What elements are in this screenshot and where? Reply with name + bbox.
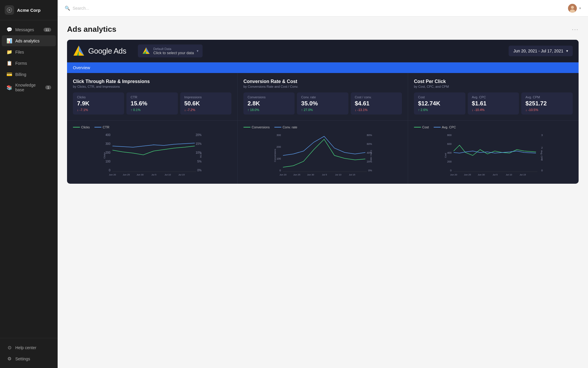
svg-text:400: 400 [447, 151, 452, 154]
avatar-dropdown-icon[interactable]: ▾ [579, 6, 581, 10]
svg-text:2: 2 [541, 146, 543, 149]
metric-card-impressions[interactable]: Impressions 50.6K ↓ -7.2% [180, 92, 231, 115]
cost-conv-change: ↓ -13.1% [355, 108, 398, 112]
legend-conv-rate-label: Conv. rate [283, 125, 297, 129]
sidebar-item-billing[interactable]: 💳 Billing [2, 69, 56, 80]
ads-analytics-icon: 📊 [6, 38, 12, 44]
date-range-picker[interactable]: Jun 20, 2021 - Jul 17, 2021 ▾ [509, 46, 573, 56]
settings-label: Settings [15, 357, 30, 361]
svg-text:Jul 10: Jul 10 [335, 173, 342, 176]
svg-text:Jul 15: Jul 15 [349, 173, 355, 176]
sidebar-item-label-knowledge-base: Knowledge base [15, 83, 42, 92]
files-icon: 📁 [6, 49, 12, 55]
sidebar-item-help-center[interactable]: ⊙ Help center [2, 342, 56, 353]
metric-card-ctr[interactable]: CTR 15.6% ↑ 0.1% [126, 92, 178, 115]
metric-card-cost-conv[interactable]: Cost / conv. $4.61 ↓ -13.1% [351, 92, 402, 115]
chart-svg-1: 400 300 200 100 0 20% 15% 10% 5% 0% [73, 132, 231, 179]
metric-section-conv: Conversion Rate & Cost by Conversions Ra… [238, 73, 408, 120]
sidebar-badge-messages: 11 [44, 28, 51, 32]
sidebar-item-files[interactable]: 📁 Files [2, 47, 56, 57]
metric-section-conv-sub: by Conversions Rate and Cost / Conv. [243, 85, 402, 88]
svg-text:Jun 25: Jun 25 [293, 173, 300, 176]
svg-text:Jun 20: Jun 20 [109, 173, 116, 176]
search-placeholder[interactable]: Search... [73, 6, 89, 11]
sidebar-item-label-forms: Forms [15, 61, 27, 66]
avatar[interactable] [568, 4, 577, 13]
avg-cpm-change: ↓ -10.5% [525, 108, 569, 112]
sidebar-item-label-ads-analytics: Ads analytics [15, 39, 39, 43]
forms-icon: 📋 [6, 60, 12, 66]
metric-card-conv-rate[interactable]: Conv. rate 35.0% ↑ 27.0% [297, 92, 348, 115]
svg-text:Cost: Cost [444, 153, 447, 158]
sidebar-item-label-files: Files [15, 50, 24, 54]
svg-text:Jun 25: Jun 25 [123, 173, 130, 176]
conversions-change: ↑ 18.0% [248, 108, 290, 112]
metric-card-conversions[interactable]: Conversions 2.8K ↑ 18.0% [243, 92, 295, 115]
avg-cpc-value: $1.61 [472, 100, 515, 107]
sidebar-item-ads-analytics[interactable]: 📊 Ads analytics [2, 35, 56, 46]
metrics-grid: Click Through Rate & Impressions by Clic… [67, 73, 579, 120]
svg-text:0%: 0% [197, 169, 202, 172]
legend-conv-rate-dot [274, 127, 281, 127]
svg-text:300: 300 [276, 134, 281, 137]
data-selector-dropdown-icon[interactable]: ▾ [197, 49, 198, 53]
svg-text:20%: 20% [196, 133, 201, 137]
legend-cost-dot [414, 127, 421, 127]
metric-section-cpc-title: Cost Per Click [414, 79, 573, 84]
svg-text:Clicks: Clicks [103, 152, 106, 158]
more-options-button[interactable]: ··· [572, 26, 579, 33]
main-content: 🔍 Search... ▾ Ads analytics ··· [58, 0, 588, 368]
svg-text:Jul 5: Jul 5 [151, 173, 156, 176]
cost-label: Cost [418, 95, 461, 99]
overview-tab-label: Overview [73, 65, 90, 70]
svg-text:300: 300 [106, 142, 111, 145]
chart-legend-2: Conversions Conv. rate [243, 125, 402, 129]
overview-tab[interactable]: Overview [67, 62, 579, 73]
svg-text:400: 400 [106, 133, 111, 137]
sidebar-item-settings[interactable]: ⚙ Settings [2, 353, 56, 364]
metric-card-cost[interactable]: Cost $12.74K ↑ 2.6% [414, 92, 465, 115]
sidebar-item-forms[interactable]: 📋 Forms [2, 58, 56, 69]
svg-point-1 [9, 9, 10, 11]
sidebar-header[interactable]: Acme Corp [0, 0, 58, 20]
chart-legend-1: Clicks CTR [73, 125, 231, 129]
metric-card-avg-cpc[interactable]: Avg. CPC $1.61 ↓ -10.4% [468, 92, 519, 115]
sidebar-badge-knowledge-base: 1 [45, 85, 51, 89]
google-ads-brand: Google Ads [88, 47, 126, 56]
svg-text:5%: 5% [197, 160, 202, 163]
help-label: Help center [15, 345, 36, 350]
data-selector[interactable]: Default Data Click to select your data ▾ [138, 44, 203, 57]
chart-legend-3: Cost Avg. CPC [414, 125, 573, 129]
date-range-dropdown-icon: ▾ [566, 49, 568, 53]
metric-section-ctr-title: Click Through Rate & Impressions [73, 79, 231, 84]
svg-text:Jun 30: Jun 30 [478, 173, 485, 176]
sidebar-item-messages[interactable]: 💬 Messages 11 [2, 24, 56, 35]
legend-conversions-dot [243, 127, 250, 127]
ads-panel-header: Google Ads Default Data Click to select … [67, 40, 579, 62]
chart-cost-cpc: Cost Avg. CPC 800 600 400 200 [408, 120, 579, 184]
legend-conversions: Conversions [243, 125, 270, 129]
legend-conversions-label: Conversions [252, 125, 270, 129]
sidebar-item-knowledge-base[interactable]: 📚 Knowledge base 1 [2, 80, 56, 95]
metric-card-clicks[interactable]: Clicks 7.9K ↓ -7.1% [73, 92, 124, 115]
sidebar: Acme Corp 💬 Messages 11 📊 Ads analytics … [0, 0, 58, 368]
svg-text:Jun 30: Jun 30 [307, 173, 314, 176]
page-header: Ads analytics ··· [67, 25, 579, 34]
svg-text:Jul 15: Jul 15 [178, 173, 185, 176]
svg-text:0%: 0% [368, 169, 372, 172]
conv-rate-value: 35.0% [301, 100, 344, 107]
conv-rate-label: Conv. rate [301, 95, 344, 99]
legend-cost-label: Cost [422, 125, 429, 129]
search-bar[interactable]: 🔍 Search... [65, 6, 564, 11]
metric-cards-ctr: Clicks 7.9K ↓ -7.1% CTR 15.6% ↑ 0.1% Imp… [73, 92, 231, 115]
content-area: Ads analytics ··· Google Ads [58, 16, 588, 368]
clicks-label: Clicks [77, 95, 120, 99]
metric-card-avg-cpm[interactable]: Avg. CPM $251.72 ↓ -10.5% [521, 92, 573, 115]
svg-text:Jun 25: Jun 25 [464, 173, 471, 176]
sidebar-item-label-billing: Billing [15, 72, 26, 77]
legend-clicks: Clicks [73, 125, 90, 129]
conversions-label: Conversions [248, 95, 290, 99]
company-name: Acme Corp [17, 8, 41, 13]
svg-text:Conversions: Conversions [274, 149, 276, 162]
data-selector-title: Default Data [153, 47, 194, 51]
